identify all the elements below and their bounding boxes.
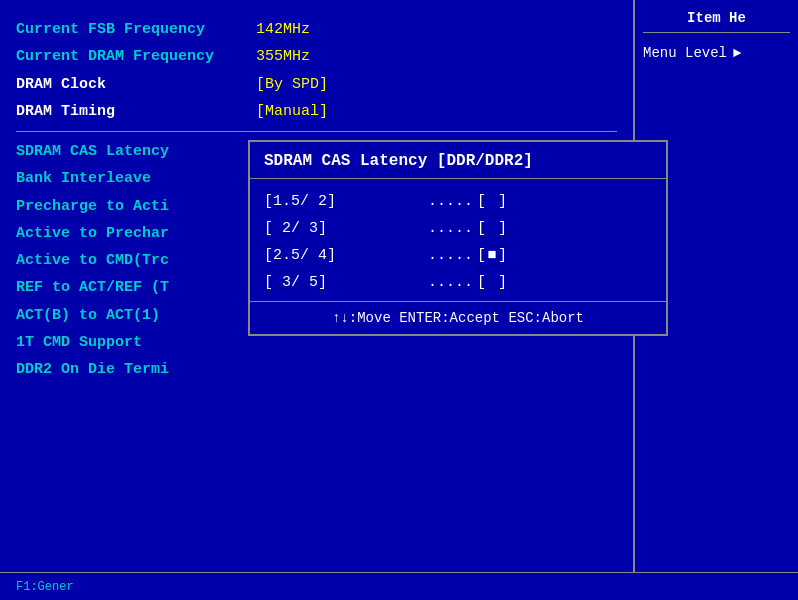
popup-option-1-marker [486,220,498,237]
popup-option-0-dots: ..... [428,193,473,210]
fsb-frequency-value: 142MHz [256,18,310,41]
dram-clock-row[interactable]: DRAM Clock [By SPD] [16,73,617,96]
popup-option-3-label: [ 3/ 5] [264,274,424,291]
dram-timing-label: DRAM Timing [16,100,256,123]
active-prechar-label: Active to Prechar [16,222,256,245]
ddr2-on-die-row[interactable]: DDR2 On Die Termi [16,358,617,381]
fsb-frequency-row: Current FSB Frequency 142MHz [16,18,617,41]
popup-option-0[interactable]: [1.5/ 2] ..... [ ] [264,191,652,212]
popup-option-1-dots: ..... [428,220,473,237]
dram-timing-value: [Manual] [256,100,328,123]
sdram-cas-latency-label: SDRAM CAS Latency [16,140,256,163]
dram-clock-value: [By SPD] [256,73,328,96]
popup-option-0-marker [486,193,498,210]
popup-option-0-open: [ [477,193,486,210]
bios-screen: Current FSB Frequency 142MHz Current DRA… [0,0,798,600]
popup-option-2-label: [2.5/ 4] [264,247,424,264]
1t-cmd-label: 1T CMD Support [16,331,256,354]
menu-level-label: Menu Level [643,45,727,61]
dram-frequency-value: 355MHz [256,45,310,68]
act-b-act1-label: ACT(B) to ACT(1) [16,304,256,327]
popup-option-3-close: ] [498,274,507,291]
dram-timing-row[interactable]: DRAM Timing [Manual] [16,100,617,123]
ddr2-on-die-label: DDR2 On Die Termi [16,358,256,381]
dram-frequency-label: Current DRAM Frequency [16,45,256,68]
popup-footer-hint: ↑↓:Move ENTER:Accept ESC:Abort [250,301,666,334]
popup-option-2[interactable]: [2.5/ 4] ..... [ ■ ] [264,245,652,266]
popup-option-2-dots: ..... [428,247,473,264]
popup-option-1-close: ] [498,220,507,237]
bottom-bar: F1:Gener [0,572,798,600]
popup-option-2-close: ] [498,247,507,264]
bank-interleave-label: Bank Interleave [16,167,256,190]
popup-option-0-close: ] [498,193,507,210]
active-cmd-label: Active to CMD(Trc [16,249,256,272]
popup-option-3-dots: ..... [428,274,473,291]
popup-dialog: SDRAM CAS Latency [DDR/DDR2] [1.5/ 2] ..… [248,140,668,336]
popup-option-1[interactable]: [ 2/ 3] ..... [ ] [264,218,652,239]
fsb-frequency-label: Current FSB Frequency [16,18,256,41]
popup-option-0-label: [1.5/ 2] [264,193,424,210]
popup-option-2-open: [ [477,247,486,264]
popup-option-2-marker: ■ [486,247,498,264]
menu-level-arrow-icon: ► [733,45,741,61]
menu-level-row: Menu Level ► [643,45,790,61]
popup-option-3-open: [ [477,274,486,291]
popup-option-1-label: [ 2/ 3] [264,220,424,237]
menu-divider [16,131,617,132]
dram-clock-label: DRAM Clock [16,73,256,96]
popup-option-1-open: [ [477,220,486,237]
popup-option-3-marker [486,274,498,291]
popup-option-3[interactable]: [ 3/ 5] ..... [ ] [264,272,652,293]
dram-frequency-row: Current DRAM Frequency 355MHz [16,45,617,68]
item-help-title: Item He [643,10,790,33]
precharge-acti-label: Precharge to Acti [16,195,256,218]
bottom-hint-f1: F1:Gener [16,580,74,594]
ref-act-label: REF to ACT/REF (T [16,276,256,299]
popup-title: SDRAM CAS Latency [DDR/DDR2] [250,142,666,179]
popup-options-body: [1.5/ 2] ..... [ ] [ 2/ 3] ..... [ ] [2.… [250,179,666,301]
